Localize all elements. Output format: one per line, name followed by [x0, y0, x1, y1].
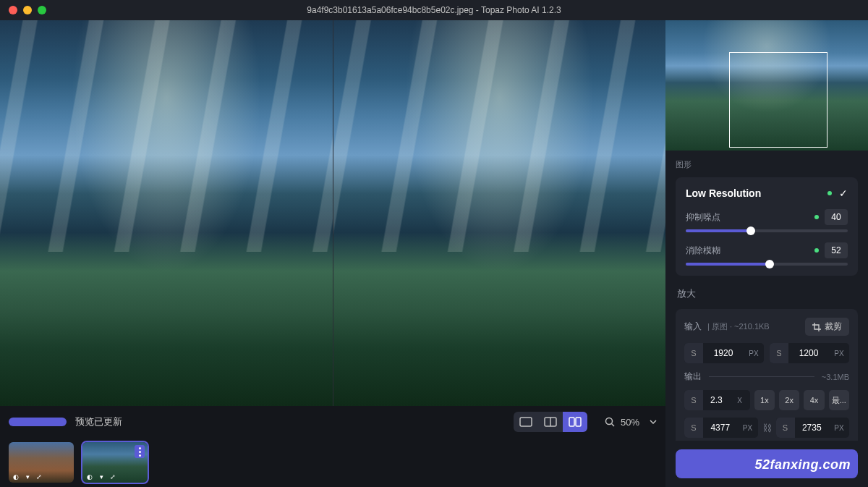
- preset-max[interactable]: 最...: [829, 390, 849, 410]
- dimensions-card: 输入 | 原图 · ~210.1KB 裁剪 S 1920 PX: [676, 309, 858, 441]
- preview-status-label: 预览已更新: [75, 415, 122, 428]
- svg-rect-4: [576, 418, 581, 426]
- noise-label: 抑制噪点: [686, 211, 720, 224]
- truncated-section-label: 图形: [676, 159, 858, 170]
- status-dot-icon: [814, 215, 819, 219]
- navigator-viewport-rect[interactable]: [729, 52, 827, 148]
- sidebar: 图形 Low Resolution ✓ 抑制噪点 40: [665, 20, 868, 487]
- blur-label: 消除模糊: [686, 245, 720, 257]
- blur-slider-row: 消除模糊 52: [686, 242, 848, 266]
- preview-toolbar: 预览已更新 50%: [0, 406, 665, 438]
- primary-action-button[interactable]: 52fanxing.com: [676, 449, 858, 478]
- svg-rect-3: [569, 418, 574, 426]
- enlarge-section-title: 放大: [677, 287, 858, 300]
- input-height-field[interactable]: S 1200 PX: [770, 343, 849, 363]
- window-title: 9a4f9c3b01613a5a06fce94bc8b5e02c.jpeg - …: [307, 5, 561, 15]
- card-status[interactable]: ✓: [827, 187, 848, 199]
- output-height-field[interactable]: S 2735 PX: [776, 418, 850, 438]
- preset-1x[interactable]: 1x: [754, 390, 775, 410]
- preview-area: 预览已更新 50% ◐▾⤢: [0, 20, 665, 487]
- crop-label: 裁剪: [825, 321, 842, 333]
- preview-after: [333, 20, 666, 406]
- input-width-field[interactable]: S 1920 PX: [684, 343, 764, 363]
- magnifier-icon: [605, 417, 615, 427]
- preset-4x[interactable]: 4x: [804, 390, 824, 410]
- thumbnail-2[interactable]: ◐▾⤢: [82, 442, 148, 483]
- crop-icon: [812, 323, 821, 331]
- navigator-preview[interactable]: [665, 20, 868, 151]
- thumb-menu-button[interactable]: [135, 445, 145, 458]
- close-window-button[interactable]: [9, 6, 17, 14]
- single-view-icon: [519, 417, 532, 427]
- maximize-window-button[interactable]: [38, 6, 46, 14]
- view-single-button[interactable]: [514, 412, 538, 432]
- watermark-text: 52fanxing.com: [754, 457, 851, 473]
- preview-before: [0, 20, 333, 406]
- titlebar: 9a4f9c3b01613a5a06fce94bc8b5e02c.jpeg - …: [0, 0, 868, 20]
- noise-slider[interactable]: [686, 229, 848, 232]
- slider-thumb[interactable]: [746, 226, 755, 235]
- chevron-down-icon: [650, 420, 657, 424]
- zoom-control[interactable]: 50%: [605, 417, 657, 428]
- blur-slider[interactable]: [686, 263, 848, 266]
- split-view-icon: [544, 417, 557, 427]
- slider-thumb[interactable]: [765, 260, 774, 268]
- progress-indicator: [9, 418, 67, 426]
- svg-line-6: [611, 424, 614, 427]
- link-icon[interactable]: ⛓: [762, 423, 772, 433]
- status-dot-icon: [827, 191, 832, 195]
- output-label: 输出: [684, 370, 702, 383]
- preview-canvas[interactable]: [0, 20, 665, 406]
- view-split-button[interactable]: [538, 412, 563, 432]
- output-width-field[interactable]: S 4377 PX: [684, 418, 758, 438]
- input-label: 输入: [684, 321, 702, 333]
- settings-panel: 图形 Low Resolution ✓ 抑制噪点 40: [665, 151, 868, 441]
- input-sub: | 原图 · ~210.1KB: [707, 321, 770, 332]
- thumb-icons: ◐▾⤢: [85, 473, 117, 481]
- thumb-icons: ◐▾⤢: [12, 473, 43, 481]
- traffic-lights: [9, 6, 46, 14]
- thumbnail-1[interactable]: ◐▾⤢: [9, 442, 74, 483]
- blur-value[interactable]: 52: [825, 242, 848, 258]
- svg-point-5: [605, 418, 612, 425]
- low-resolution-card: Low Resolution ✓ 抑制噪点 40: [676, 177, 858, 276]
- crop-button[interactable]: 裁剪: [805, 318, 849, 336]
- check-icon: ✓: [839, 187, 848, 199]
- view-mode-group: [514, 412, 587, 432]
- preset-2x[interactable]: 2x: [779, 390, 799, 410]
- card-title: Low Resolution: [686, 187, 761, 199]
- minimize-window-button[interactable]: [23, 6, 32, 14]
- thumbnail-strip: ◐▾⤢ ◐▾⤢: [0, 438, 665, 487]
- view-side-button[interactable]: [563, 412, 587, 432]
- svg-rect-0: [520, 418, 532, 426]
- noise-value[interactable]: 40: [825, 209, 848, 225]
- output-size: ~3.1MB: [822, 373, 849, 381]
- zoom-value: 50%: [621, 417, 639, 428]
- main-layout: 预览已更新 50% ◐▾⤢: [0, 20, 868, 487]
- side-view-icon: [569, 417, 582, 427]
- status-dot-icon: [814, 248, 819, 253]
- noise-slider-row: 抑制噪点 40: [686, 209, 848, 232]
- scale-field[interactable]: S 2.3 X: [684, 390, 750, 410]
